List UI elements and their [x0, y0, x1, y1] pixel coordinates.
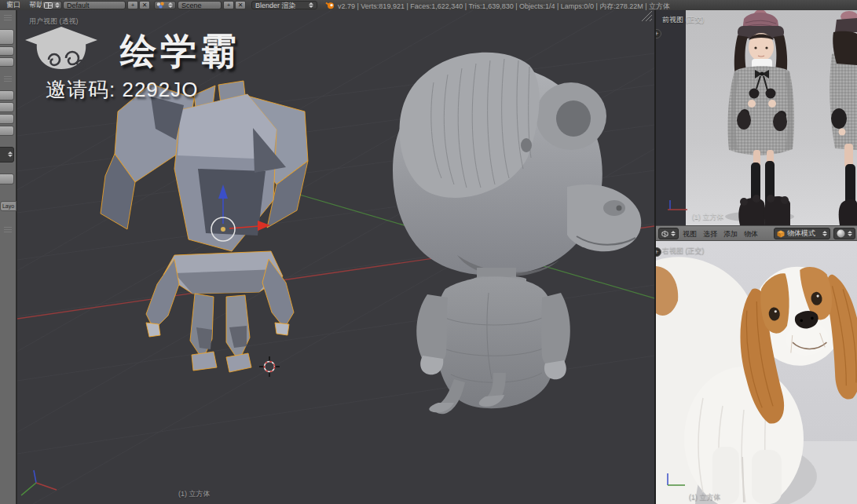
- scene-close-button[interactable]: ✕: [235, 1, 246, 9]
- tool-button[interactable]: [0, 173, 14, 184]
- right-view-label: 右视图 (正交): [662, 246, 705, 256]
- chevron-updown-icon: [309, 2, 313, 8]
- blender-app: { "topbar": { "menu_window": "窗口", "menu…: [0, 0, 857, 504]
- layout-name: Default: [67, 2, 90, 9]
- right-active-object-label: (1) 立方体: [689, 492, 721, 502]
- invite-code-text: 邀请码: 2292JO: [46, 76, 199, 104]
- scene-selector-icon[interactable]: [154, 1, 176, 9]
- chevron-updown-icon: [168, 2, 173, 8]
- panel-grip-icon[interactable]: [4, 76, 12, 82]
- tool-button[interactable]: [0, 114, 14, 124]
- panel-grip-icon[interactable]: [4, 227, 12, 232]
- chevron-updown-icon: [671, 231, 676, 236]
- chevron-updown-icon: [822, 231, 827, 236]
- 3d-cursor: [259, 356, 280, 377]
- tool-button[interactable]: [0, 102, 14, 112]
- shelf-tab-layout[interactable]: Layo: [0, 201, 16, 211]
- front-viewport-canvas[interactable]: [656, 10, 857, 225]
- menu-select[interactable]: 选择: [703, 229, 717, 239]
- panel-grip-icon[interactable]: [4, 15, 12, 20]
- main-view-label: 用户视图 (透视): [29, 16, 79, 27]
- menu-object[interactable]: 物体: [744, 229, 758, 239]
- screen-layout-selector-icon[interactable]: [42, 1, 62, 9]
- viewport-shading-selector[interactable]: [833, 228, 855, 239]
- tool-shelf: Layo: [0, 10, 17, 504]
- right-viewport[interactable]: + 右视图 (正交) (1) 立方体: [656, 241, 857, 504]
- menu-add[interactable]: 添加: [723, 229, 738, 239]
- viewport-header: 视图 选择 添加 物体 物体模式: [656, 225, 857, 241]
- scene-add-button[interactable]: +: [223, 1, 234, 9]
- menu-view[interactable]: 视图: [683, 229, 697, 239]
- main-active-object-label: (1) 立方体: [178, 489, 211, 499]
- scene-name: Scene: [181, 2, 202, 9]
- mini-axis-gizmo: [21, 470, 57, 495]
- render-engine-selector[interactable]: Blender 渲染: [251, 1, 317, 9]
- viewport-resize-grip-icon[interactable]: [642, 11, 652, 21]
- brand-logo-icon: [25, 27, 97, 74]
- brand-watermark: 绘学霸: [120, 27, 240, 76]
- value-stepper[interactable]: [0, 147, 14, 163]
- main-3d-viewport[interactable]: 绘学霸 邀请码: 2292JO 用户视图 (透视) (1) 立方体: [17, 10, 654, 504]
- right-column: + 前视图 (正交) (1) 立方体 视图 选择 添加 物体 物体模式: [656, 10, 857, 504]
- object-mode-cube-icon: [777, 230, 785, 238]
- mode-name: 物体模式: [787, 228, 820, 239]
- chevron-updown-icon: [848, 231, 852, 236]
- tool-button[interactable]: [0, 57, 14, 67]
- layout-add-button[interactable]: +: [127, 1, 138, 9]
- shading-sphere-icon: [837, 229, 845, 238]
- chevron-updown-icon: [55, 2, 60, 8]
- front-active-object-label: (1) 立方体: [692, 212, 724, 222]
- scene-icon: [156, 2, 166, 9]
- layout-selector[interactable]: Default: [63, 1, 126, 9]
- layout-close-button[interactable]: ✕: [139, 1, 150, 9]
- blender-logo-icon: [325, 1, 335, 9]
- highpoly-model[interactable]: [393, 53, 641, 415]
- lowpoly-model[interactable]: [101, 81, 308, 372]
- front-view-label: 前视图 (正交): [662, 15, 705, 25]
- object-origin-dot: [221, 227, 225, 232]
- mode-selector[interactable]: 物体模式: [774, 228, 830, 239]
- tool-button[interactable]: [0, 126, 14, 136]
- 3d-view-editor-icon: [661, 230, 668, 238]
- engine-name: Blender 渲染: [255, 2, 306, 9]
- stepper-arrows-icon[interactable]: [8, 152, 13, 157]
- scene-selector[interactable]: Scene: [178, 1, 222, 9]
- tool-button[interactable]: [0, 90, 14, 100]
- front-viewport[interactable]: + 前视图 (正交) (1) 立方体: [656, 10, 857, 225]
- editor-type-selector[interactable]: [658, 228, 679, 239]
- info-bar: 窗口 帮助 Default + ✕ Scene + ✕ Blender 渲染 v…: [0, 0, 857, 11]
- menu-window[interactable]: 窗口: [6, 1, 20, 9]
- tool-button[interactable]: [0, 46, 14, 56]
- screen-layout-icon: [44, 2, 53, 9]
- right-viewport-canvas[interactable]: [656, 241, 857, 504]
- tool-button[interactable]: [0, 29, 14, 45]
